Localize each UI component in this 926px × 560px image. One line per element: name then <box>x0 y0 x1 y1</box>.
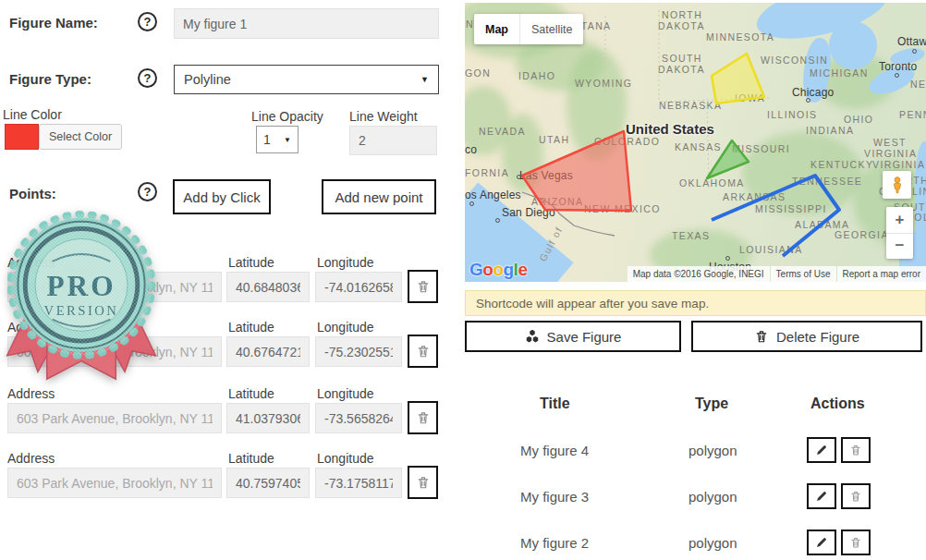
map-label: OHIO <box>844 114 873 125</box>
map-label: NORTH <box>662 9 702 20</box>
map-label: LOUISIANA <box>739 244 803 255</box>
map-label: SOUTH <box>662 53 702 64</box>
map-label: Las Vegas <box>519 169 573 182</box>
map-label: PENN <box>899 109 926 120</box>
map-type-map-button[interactable]: Map <box>474 14 519 44</box>
line-weight-input[interactable] <box>349 126 437 155</box>
zoom-out-button[interactable]: − <box>886 233 913 260</box>
line-color-swatch[interactable] <box>5 124 39 150</box>
edit-figure-button[interactable] <box>807 530 836 555</box>
point-latitude-input[interactable] <box>226 336 310 367</box>
map-label: TEXAS <box>672 230 710 241</box>
trash-icon <box>849 536 862 549</box>
figure-title: My figure 4 <box>520 443 589 458</box>
map-label: Chicago <box>792 86 834 99</box>
save-figure-button[interactable]: Save Figure <box>465 321 681 352</box>
city-marker-icon <box>895 73 899 78</box>
figure-name-input[interactable] <box>174 8 439 39</box>
figure-type: polygon <box>688 535 737 551</box>
map-label: IOWA <box>735 92 765 103</box>
point-longitude-input[interactable] <box>315 468 402 498</box>
pro-version-badge: PRO VERSION <box>0 209 164 390</box>
map-label: UTAH <box>539 134 569 145</box>
delete-point-button[interactable] <box>408 335 438 368</box>
zoom-in-button[interactable]: + <box>886 207 913 233</box>
add-by-click-button[interactable]: Add by Click <box>173 179 271 214</box>
point-longitude-input[interactable] <box>315 403 402 433</box>
delete-point-button[interactable] <box>408 270 438 303</box>
shortcode-notice-text: Shortcode will appear after you save map… <box>476 297 709 310</box>
terms-of-use-link[interactable]: Terms of Use <box>771 266 836 282</box>
delete-figure-row-button[interactable] <box>841 530 871 555</box>
longitude-label: Longitude <box>317 320 374 335</box>
map-label: COLORADO <box>594 136 660 147</box>
map-label: NEVADA <box>479 126 526 137</box>
address-label: Address <box>7 451 55 466</box>
figure-type-value: Polyline <box>184 72 231 87</box>
city-marker-icon <box>495 218 500 223</box>
map-label: Ottaw <box>897 35 926 48</box>
add-new-point-button[interactable]: Add new point <box>322 179 436 214</box>
point-latitude-input[interactable] <box>226 468 310 498</box>
figure-type-label: Figure Type: <box>9 71 91 87</box>
trash-icon <box>416 344 431 359</box>
map-label: United States <box>626 121 714 137</box>
latitude-label: Latitude <box>228 386 274 401</box>
point-latitude-input[interactable] <box>226 403 310 433</box>
pegman-icon <box>888 175 907 195</box>
delete-point-button[interactable] <box>408 401 438 434</box>
edit-figure-button[interactable] <box>807 437 836 463</box>
figure-type-help-icon[interactable]: ? <box>138 68 157 88</box>
point-longitude-input[interactable] <box>315 336 402 367</box>
select-color-button[interactable]: Select Color <box>39 124 122 150</box>
map-type-satellite-button[interactable]: Satellite <box>519 14 583 44</box>
point-latitude-input[interactable] <box>226 272 310 302</box>
longitude-label: Longitude <box>317 451 374 466</box>
figure-title: My figure 2 <box>520 535 589 551</box>
map-label: GEORGIA <box>835 229 889 240</box>
report-map-error-link[interactable]: Report a map error <box>837 266 926 282</box>
delete-figure-button[interactable]: Delete Figure <box>691 321 922 352</box>
delete-point-button[interactable] <box>408 466 438 499</box>
trash-icon <box>849 490 862 503</box>
longitude-label: Longitude <box>317 386 374 401</box>
map-label: NEW MEXICO <box>584 203 661 214</box>
pencil-icon <box>815 444 828 457</box>
points-help-icon[interactable]: ? <box>138 182 157 201</box>
cubes-icon <box>525 329 540 344</box>
google-map[interactable]: NGMONTANANORTHDAKOTAMINNESOTASOUTHDAKOTA… <box>465 3 926 282</box>
city-marker-icon <box>806 98 810 103</box>
map-label: FORNIA <box>465 167 509 178</box>
latitude-label: Latitude <box>228 255 274 270</box>
map-attribution: Map data ©2016 Google, INEGI Terms of Us… <box>627 266 926 282</box>
shortcode-notice: Shortcode will appear after you save map… <box>465 290 926 316</box>
city-marker-icon <box>725 256 730 261</box>
city-marker-icon <box>517 175 521 179</box>
latitude-label: Latitude <box>228 320 274 335</box>
pegman-control[interactable] <box>883 171 911 199</box>
map-label: KENTUCKY <box>810 159 873 170</box>
map-label: WISCONSIN <box>761 55 828 66</box>
point-address-input[interactable] <box>7 403 222 433</box>
point-longitude-input[interactable] <box>315 272 402 302</box>
delete-figure-row-button[interactable] <box>841 483 871 509</box>
edit-figure-button[interactable] <box>807 483 836 509</box>
map-label: OKLAHOMA <box>679 177 745 189</box>
figure-type-select[interactable]: Polyline ▼ <box>174 65 439 94</box>
trash-icon <box>849 444 862 457</box>
point-address-input[interactable] <box>7 468 222 498</box>
pencil-icon <box>815 536 828 549</box>
table-header-type: Type <box>695 396 728 412</box>
points-label: Points: <box>9 186 56 201</box>
pencil-icon <box>815 490 828 503</box>
trash-icon <box>416 279 431 294</box>
figure-name-help-icon[interactable]: ? <box>138 12 157 31</box>
map-label: MICHIGAN <box>810 67 869 79</box>
line-opacity-select[interactable]: 1 ▼ <box>256 126 299 153</box>
map-label: MISSISSIPPI <box>755 203 827 214</box>
map-label: DAKOTA <box>658 64 705 75</box>
lake-huron <box>829 21 877 69</box>
delete-figure-row-button[interactable] <box>841 437 871 463</box>
latitude-label: Latitude <box>228 451 274 466</box>
google-logo[interactable]: Google <box>469 260 527 280</box>
